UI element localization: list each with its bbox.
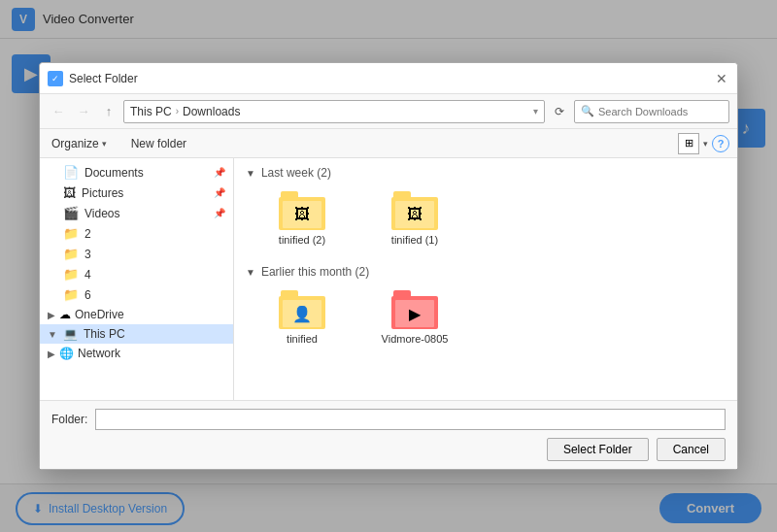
footer-buttons: Select Folder Cancel <box>51 438 726 461</box>
pin2-icon: 📌 <box>214 187 225 198</box>
pin-icon: 📌 <box>214 167 225 178</box>
sidebar-item-videos[interactable]: 🎬 Videos 📌 <box>40 203 233 223</box>
sidebar-item-pictures[interactable]: 🖼 Pictures 📌 <box>40 183 233 203</box>
dialog-icon: ✓ <box>48 71 63 86</box>
dialog-titlebar: ✓ Select Folder ✕ <box>40 63 737 94</box>
group-chevron-1: ▼ <box>246 168 255 179</box>
folder-thumb-2: 🖼 <box>391 191 438 230</box>
dialog-body: 📄 Documents 📌 🖼 Pictures 📌 🎬 Videos 📌 📁 <box>40 158 737 400</box>
folder-vidmore[interactable]: ▶ Vidmore-0805 <box>366 286 463 349</box>
folder4-label: 4 <box>84 268 91 282</box>
network-label: Network <box>78 347 120 360</box>
refresh-button[interactable]: ⟳ <box>549 101 570 122</box>
folder2-icon: 📁 <box>63 226 79 241</box>
breadcrumb-downloads[interactable]: Downloads <box>183 105 240 118</box>
network-icon: 🌐 <box>59 347 74 360</box>
sidebar-item-thispc[interactable]: ▼ 💻 This PC <box>40 324 233 344</box>
view-toggle-button[interactable]: ⊞ <box>678 133 699 154</box>
folder-thumb-3: 👤 <box>279 290 325 329</box>
pictures-label: Pictures <box>82 186 123 200</box>
folder-input-row: Folder: <box>51 409 726 430</box>
up-button[interactable]: ↑ <box>98 101 119 122</box>
folder-thumb-1: 🖼 <box>279 191 325 230</box>
view-options: ⊞ ▾ ? <box>678 133 729 154</box>
group-label-1: Last week (2) <box>261 166 331 180</box>
sidebar-item-6[interactable]: 📁 6 <box>40 284 233 305</box>
new-folder-button[interactable]: New folder <box>127 135 190 152</box>
folder-img-2: 🖼 <box>407 206 422 223</box>
dialog-close-button[interactable]: ✕ <box>714 71 729 86</box>
thispc-icon: 💻 <box>63 327 78 341</box>
folder-img-1: 🖼 <box>294 206 310 223</box>
breadcrumb-sep: › <box>176 106 179 116</box>
sidebar-network-row[interactable]: ▶ 🌐 Network <box>40 344 233 363</box>
folder2-label: 2 <box>84 227 91 241</box>
folder-thumb-4: ▶ <box>391 290 438 329</box>
items-grid-1: 🖼 tinified (2) 🖼 tini <box>246 187 726 249</box>
dialog-nav-toolbar: ← → ↑ This PC › Downloads ▾ ⟳ 🔍 <box>40 94 737 129</box>
videos-label: Videos <box>84 207 119 220</box>
folder-img-4: ▶ <box>409 305 421 323</box>
select-folder-dialog: ✓ Select Folder ✕ ← → ↑ This PC › Downlo… <box>39 62 738 470</box>
folder-img-3: 👤 <box>292 305 312 323</box>
folder-overlay-3: 👤 <box>283 300 321 327</box>
organize-toolbar: Organize ▾ New folder ⊞ ▾ ? <box>40 129 737 158</box>
items-grid-2: 👤 tinified ▶ Vidmore-0 <box>246 286 726 349</box>
pictures-icon: 🖼 <box>63 185 76 200</box>
onedrive-label: OneDrive <box>75 308 124 321</box>
group-label-2: Earlier this month (2) <box>261 265 369 279</box>
dialog-footer: Folder: Select Folder Cancel <box>40 400 737 469</box>
folder-name-4: Vidmore-0805 <box>382 333 449 345</box>
dropdown-arrow[interactable]: ▾ <box>533 106 538 116</box>
sidebar-item-documents[interactable]: 📄 Documents 📌 <box>40 162 233 183</box>
documents-icon: 📄 <box>63 165 79 180</box>
breadcrumb-thispc[interactable]: This PC <box>130 105 172 118</box>
folder-overlay-4: ▶ <box>395 300 434 327</box>
help-button[interactable]: ? <box>712 135 729 152</box>
network-arrow: ▶ <box>48 349 55 359</box>
videos-icon: 🎬 <box>63 206 79 220</box>
organize-button[interactable]: Organize ▾ <box>48 135 111 152</box>
view-chevron: ▾ <box>703 139 708 149</box>
dialog-content: ▼ Last week (2) 🖼 tinified (2) <box>234 158 737 400</box>
folder-overlay-1: 🖼 <box>283 201 321 228</box>
sidebar-onedrive-row[interactable]: ▶ ☁ OneDrive <box>40 305 233 324</box>
folder-name-1: tinified (2) <box>279 234 325 246</box>
documents-label: Documents <box>84 166 144 180</box>
folder-tinified-1[interactable]: 🖼 tinified (1) <box>366 187 463 249</box>
folder-tinified-2[interactable]: 🖼 tinified (2) <box>253 187 351 249</box>
select-folder-button[interactable]: Select Folder <box>547 438 649 461</box>
folder3-icon: 📁 <box>63 247 79 261</box>
organize-label: Organize <box>51 137 99 150</box>
folder-name-3: tinified <box>287 333 318 345</box>
search-bar: 🔍 <box>574 100 729 123</box>
organize-chevron: ▾ <box>102 139 107 149</box>
thispc-label: This PC <box>84 327 125 341</box>
pin3-icon: 📌 <box>214 208 225 218</box>
folder3-label: 3 <box>84 248 91 261</box>
sidebar-item-3[interactable]: 📁 3 <box>40 244 233 264</box>
folder-name-2: tinified (1) <box>391 234 438 246</box>
back-button[interactable]: ← <box>48 101 69 122</box>
folder-overlay-2: 🖼 <box>395 201 434 228</box>
folder-input[interactable] <box>95 409 726 430</box>
sidebar-item-2[interactable]: 📁 2 <box>40 223 233 244</box>
folder-tinified[interactable]: 👤 tinified <box>253 286 351 349</box>
group-chevron-2: ▼ <box>246 267 255 278</box>
cancel-button[interactable]: Cancel <box>657 438 726 461</box>
dialog-overlay: ✓ Select Folder ✕ ← → ↑ This PC › Downlo… <box>0 0 777 532</box>
folder6-icon: 📁 <box>63 287 79 302</box>
onedrive-arrow: ▶ <box>48 310 55 320</box>
folder-label: Folder: <box>51 413 87 426</box>
group-last-week: ▼ Last week (2) <box>246 166 726 180</box>
thispc-arrow: ▼ <box>48 329 57 340</box>
search-input[interactable] <box>598 106 723 117</box>
dialog-title: Select Folder <box>69 72 708 85</box>
group-earlier-month: ▼ Earlier this month (2) <box>246 265 726 279</box>
onedrive-icon: ☁ <box>59 308 71 321</box>
folder6-label: 6 <box>84 288 91 302</box>
breadcrumb-bar: This PC › Downloads ▾ <box>123 100 545 123</box>
sidebar-item-4[interactable]: 📁 4 <box>40 264 233 284</box>
forward-button[interactable]: → <box>73 101 94 122</box>
search-icon: 🔍 <box>581 105 594 117</box>
